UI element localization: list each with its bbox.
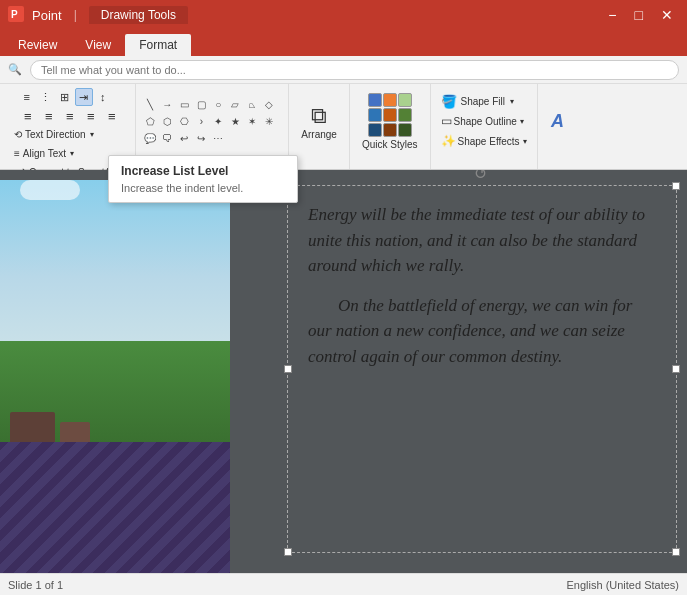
shape-fill-button[interactable]: 🪣 Shape Fill ▾ — [437, 92, 518, 110]
shape-callout[interactable]: 💬 — [142, 130, 158, 146]
shape-effects-icon: ✨ — [441, 134, 456, 148]
main-area: ↺ Energy will be the immediate test of o… — [0, 170, 687, 573]
tooltip-popup: Increase List Level Increase the indent … — [108, 155, 298, 203]
shapes-palette: ╲ → ▭ ▢ ○ ▱ ⏢ ◇ ⬠ ⬡ ⎔ › ✦ ★ ✶ ✳ 💬 🗨 — [142, 96, 282, 146]
ribbon-group-wordart: A — [538, 84, 578, 169]
slide-area[interactable]: ↺ Energy will be the immediate test of o… — [0, 170, 687, 573]
hills-area — [0, 341, 230, 442]
sky-area — [0, 180, 230, 341]
handle-bl[interactable] — [284, 548, 292, 556]
shape-chevron[interactable]: › — [193, 113, 209, 129]
quote-paragraph-2: On the battlefield of energy, we can win… — [308, 293, 660, 370]
columns-button[interactable]: ⊞ — [56, 88, 74, 106]
list-controls: ≡ ⋮ ⊞ ⇥ ↕ ≡ ≡ ≡ ≡ ≡ — [18, 88, 122, 125]
shape-hexagon[interactable]: ⬡ — [159, 113, 175, 129]
paint-bucket-icon: 🪣 — [441, 94, 457, 109]
ribbon-tabs: Review View Format — [0, 30, 687, 56]
bullets-button[interactable]: ≡ — [18, 88, 36, 106]
align-left-button[interactable]: ≡ — [18, 107, 38, 125]
align-justify-button[interactable]: ≡ — [81, 107, 101, 125]
arrange-button[interactable]: ⧉ Arrange — [295, 93, 343, 149]
handle-br[interactable] — [672, 548, 680, 556]
tab-format[interactable]: Format — [125, 34, 191, 56]
wordart-icon: A — [551, 111, 564, 132]
wordart-button[interactable]: A — [544, 93, 572, 149]
title-bar: P Point | Drawing Tools − □ ✕ — [0, 0, 687, 30]
title-bar-controls: − □ ✕ — [602, 5, 679, 25]
shape-bent-arrow[interactable]: ↩ — [176, 130, 192, 146]
slide-text: Energy will be the immediate test of our… — [308, 202, 660, 369]
tab-review[interactable]: Review — [4, 34, 71, 56]
increase-indent-button[interactable]: ⇥ — [75, 88, 93, 106]
shape-u-turn[interactable]: ↪ — [193, 130, 209, 146]
shape-outline-button[interactable]: ▭ Shape Outline ▾ — [437, 112, 528, 130]
shape-outline-arrow: ▾ — [520, 117, 524, 126]
maximize-button[interactable]: □ — [629, 5, 649, 25]
cloud — [20, 180, 80, 200]
shape-parallelogram[interactable]: ▱ — [227, 96, 243, 112]
numbering-button[interactable]: ⋮ — [37, 88, 55, 106]
shape-rect[interactable]: ▭ — [176, 96, 192, 112]
search-input[interactable] — [30, 60, 679, 80]
wordart-group-label — [556, 156, 559, 167]
shape-effects-button[interactable]: ✨ Shape Effects ▾ — [437, 132, 531, 150]
solar-panel-area — [0, 442, 230, 573]
minimize-button[interactable]: − — [602, 5, 622, 25]
tooltip-description: Increase the indent level. — [121, 182, 285, 194]
text-direction-button[interactable]: ⟲ Text Direction ▾ — [10, 125, 98, 143]
rotate-handle[interactable]: ↺ — [474, 170, 487, 183]
quote-paragraph-1: Energy will be the immediate test of our… — [308, 202, 660, 279]
shape-effects-arrow: ▾ — [523, 137, 527, 146]
handle-mr[interactable] — [672, 365, 680, 373]
search-icon: 🔍 — [8, 63, 22, 76]
shape-oval[interactable]: ○ — [210, 96, 226, 112]
align-right-button[interactable]: ≡ — [60, 107, 80, 125]
drawing-tools-badge: Drawing Tools — [89, 6, 188, 24]
svg-text:P: P — [11, 9, 18, 20]
shape-star6[interactable]: ✶ — [244, 113, 260, 129]
shape-rounded-rect[interactable]: ▢ — [193, 96, 209, 112]
status-bar: Slide 1 of 1 English (United States) — [0, 573, 687, 595]
close-button[interactable]: ✕ — [655, 5, 679, 25]
text-box[interactable]: ↺ Energy will be the immediate test of o… — [287, 185, 677, 553]
align-text-icon: ≡ — [14, 148, 20, 159]
text-direction-icon: ⟲ — [14, 129, 22, 140]
shape-more[interactable]: ⋯ — [210, 130, 226, 146]
shape-arrow-line[interactable]: → — [159, 96, 175, 112]
handle-ml[interactable] — [284, 365, 292, 373]
building — [10, 412, 55, 442]
quick-styles-grid — [368, 93, 412, 137]
slide-info: Slide 1 of 1 — [8, 579, 63, 591]
shape-fill-arrow: ▾ — [510, 97, 514, 106]
arrange-group-label — [318, 156, 321, 167]
shape-diamond[interactable]: ◇ — [261, 96, 277, 112]
title-bar-left: P Point | Drawing Tools — [8, 6, 602, 25]
ribbon-group-arrange: ⧉ Arrange — [289, 84, 350, 169]
shape-star4[interactable]: ✦ — [210, 113, 226, 129]
shape-callout2[interactable]: 🗨 — [159, 130, 175, 146]
language-indicator: English (United States) — [567, 579, 680, 591]
ribbon-group-quick-styles: Quick Styles — [350, 84, 431, 169]
building2 — [60, 422, 90, 442]
app-icon: P — [8, 6, 24, 25]
tooltip-title: Increase List Level — [121, 164, 285, 178]
shape-pentagon[interactable]: ⬠ — [142, 113, 158, 129]
tab-view[interactable]: View — [71, 34, 125, 56]
shape-outline-icon: ▭ — [441, 114, 452, 128]
shape-star5[interactable]: ★ — [227, 113, 243, 129]
app-name: Point — [32, 8, 62, 23]
shape-heptagon[interactable]: ⎔ — [176, 113, 192, 129]
shape-star8[interactable]: ✳ — [261, 113, 277, 129]
align-center-button[interactable]: ≡ — [39, 107, 59, 125]
shape-trapezoid[interactable]: ⏢ — [244, 96, 260, 112]
align-text-button[interactable]: ≡ Align Text ▾ — [10, 144, 78, 162]
shape-styles-group-label — [482, 156, 485, 167]
shape-line[interactable]: ╲ — [142, 96, 158, 112]
handle-tr[interactable] — [672, 182, 680, 190]
align-text-arrow: ▾ — [70, 149, 74, 158]
search-bar: 🔍 — [0, 56, 687, 84]
quick-styles-button[interactable]: Quick Styles — [356, 93, 424, 149]
more-paragraph-button[interactable]: ≡ — [102, 107, 122, 125]
line-spacing-button[interactable]: ↕ — [94, 88, 112, 106]
text-direction-arrow: ▾ — [90, 130, 94, 139]
